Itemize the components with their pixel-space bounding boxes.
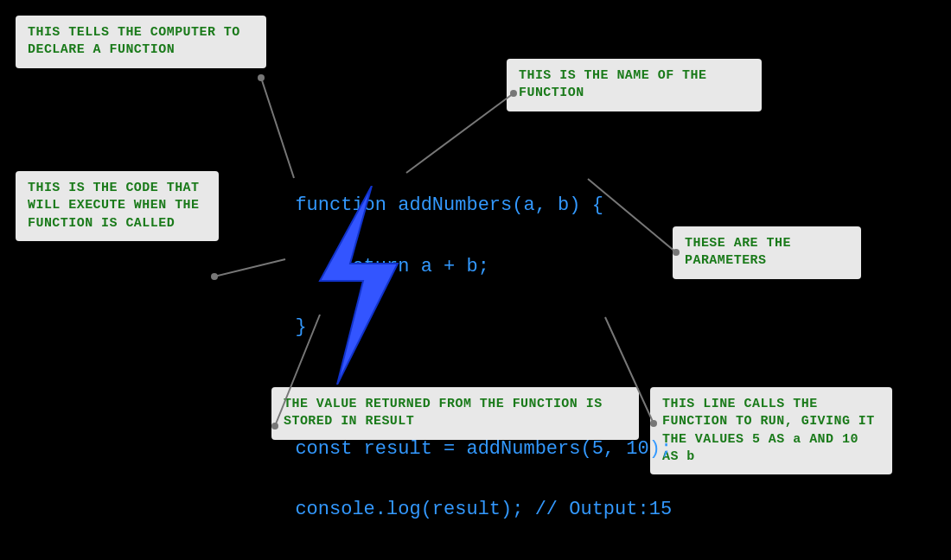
annotation-declare-function: THIS TELLS THE COMPUTER TO DECLARE A FUN… [16,16,266,68]
annotation-parameters: THESE ARE THE PARAMETERS [673,226,861,279]
dot-codebody [211,273,218,280]
annotation-code-body: THIS IS THE CODE THAT WILL EXECUTE WHEN … [16,171,219,241]
dot-declare [258,74,265,81]
code-line-5: const result = addNumbers(5, 10); [295,438,672,460]
code-line-6: console.log(result); // Output:15 [295,499,672,520]
annotation-function-name: THIS IS THE NAME OF THE FUNCTION [507,59,762,111]
lightning-bolt [285,186,424,385]
annotation-calls-function: THIS LINE CALLS THE FUNCTION TO RUN, GIV… [650,387,892,474]
svg-marker-6 [320,186,398,385]
